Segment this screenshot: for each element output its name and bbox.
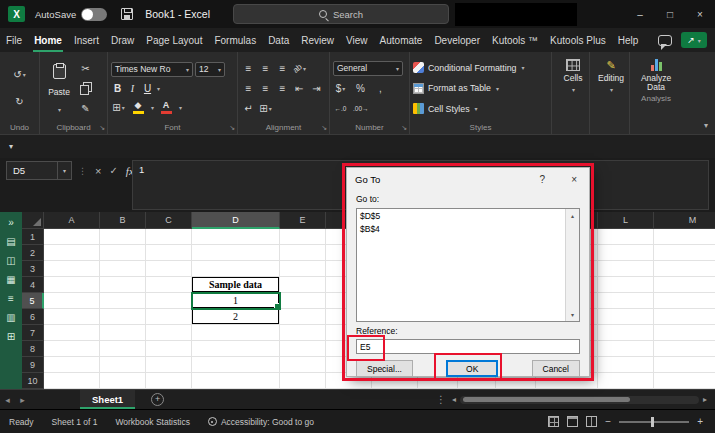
cell[interactable]: [654, 309, 715, 325]
cell[interactable]: [598, 261, 654, 277]
column-header-C[interactable]: C: [146, 212, 192, 229]
cell[interactable]: [44, 309, 100, 325]
tab-review[interactable]: Review: [295, 28, 340, 52]
row-header-10[interactable]: 10: [22, 373, 44, 389]
expand-pane-icon[interactable]: »: [8, 217, 14, 228]
cell[interactable]: [44, 325, 100, 341]
tab-home[interactable]: Home: [28, 28, 68, 52]
column-header-L[interactable]: L: [598, 212, 654, 229]
scrollbar-track[interactable]: [460, 396, 699, 404]
qat-customize-icon[interactable]: ▾: [9, 142, 13, 151]
column-header-D[interactable]: D: [192, 212, 280, 229]
cell[interactable]: [44, 277, 100, 293]
borders-icon[interactable]: ⊞▾: [111, 101, 126, 115]
paste-button[interactable]: Paste ▾: [43, 55, 75, 121]
wrap-text-icon[interactable]: ↵: [241, 101, 256, 115]
cell[interactable]: [146, 341, 192, 357]
select-all-corner[interactable]: [22, 212, 44, 229]
horizontal-scrollbar[interactable]: ◂ ▸: [452, 395, 707, 404]
row-header-5[interactable]: 5: [22, 293, 44, 309]
cell[interactable]: [146, 245, 192, 261]
cell[interactable]: [654, 325, 715, 341]
middle-align-icon[interactable]: ≡: [258, 61, 273, 75]
tab-file[interactable]: File: [0, 28, 28, 52]
zoom-knob[interactable]: [651, 417, 654, 427]
cell-D6[interactable]: 2: [192, 309, 280, 325]
undo-icon[interactable]: ↺▾: [12, 68, 27, 82]
cell[interactable]: [280, 261, 326, 277]
tab-view[interactable]: View: [340, 28, 374, 52]
number-format-combo[interactable]: General▾: [333, 61, 403, 76]
fill-color-options-icon[interactable]: ▾: [151, 104, 154, 111]
fill-color-button[interactable]: ◆: [131, 101, 145, 114]
cell[interactable]: [280, 293, 326, 309]
cell[interactable]: [146, 277, 192, 293]
row-header-3[interactable]: 3: [22, 261, 44, 277]
merge-center-icon[interactable]: ⊞▾: [258, 101, 273, 115]
name-manager-pane-icon[interactable]: ≡: [8, 293, 14, 304]
row-header-7[interactable]: 7: [22, 325, 44, 341]
scroll-right-icon[interactable]: ▸: [703, 395, 707, 404]
dialog-help-button[interactable]: ?: [540, 174, 546, 185]
cell[interactable]: [598, 245, 654, 261]
cell[interactable]: [192, 325, 280, 341]
row-header-1[interactable]: 1: [22, 229, 44, 245]
cell[interactable]: [280, 245, 326, 261]
font-color-options-icon[interactable]: ▾: [179, 104, 182, 111]
cell[interactable]: [44, 245, 100, 261]
scrollbar-thumb[interactable]: [463, 397, 630, 402]
underline-options-icon[interactable]: ▾: [157, 85, 160, 92]
cell[interactable]: [654, 261, 715, 277]
cell[interactable]: [100, 245, 146, 261]
goto-list-item[interactable]: $B$4: [357, 223, 564, 236]
cell[interactable]: [44, 341, 100, 357]
cell[interactable]: [654, 245, 715, 261]
normal-view-button[interactable]: [548, 416, 559, 427]
advanced-paste-pane-icon[interactable]: ⊞: [7, 331, 15, 342]
copy-icon[interactable]: [78, 81, 93, 95]
workbook-pane-icon[interactable]: ◫: [6, 255, 15, 266]
collapse-ribbon-icon[interactable]: ▾: [704, 121, 708, 130]
cell[interactable]: [192, 341, 280, 357]
zoom-slider[interactable]: [619, 421, 689, 423]
save-icon[interactable]: [121, 8, 133, 20]
cell[interactable]: [44, 373, 100, 389]
cell[interactable]: [44, 261, 100, 277]
cell[interactable]: [280, 373, 326, 389]
cell[interactable]: [654, 229, 715, 245]
decrease-indent-icon[interactable]: ⇤: [292, 81, 307, 95]
column-list-pane-icon[interactable]: ▥: [6, 312, 15, 323]
bold-button[interactable]: B: [111, 83, 124, 94]
format-painter-icon[interactable]: ✎: [78, 101, 93, 115]
tab-data[interactable]: Data: [262, 28, 295, 52]
tab-formulas[interactable]: Formulas: [208, 28, 262, 52]
close-button[interactable]: ×: [685, 0, 715, 28]
cell[interactable]: [598, 341, 654, 357]
tab-help[interactable]: Help: [612, 28, 645, 52]
worksheet-pane-icon[interactable]: ▦: [6, 274, 15, 285]
cell[interactable]: [598, 229, 654, 245]
scroll-up-icon[interactable]: ▴: [571, 212, 574, 219]
minimize-button[interactable]: –: [625, 0, 655, 28]
cell[interactable]: [146, 229, 192, 245]
ok-button[interactable]: OK: [446, 360, 498, 377]
cell[interactable]: [146, 325, 192, 341]
sheet-nav-left-icon[interactable]: ◂: [0, 395, 15, 405]
tab-kutools[interactable]: Kutools ™: [486, 28, 544, 52]
scroll-left-icon[interactable]: ◂: [452, 395, 456, 404]
cell[interactable]: [100, 277, 146, 293]
zoom-out-button[interactable]: −: [605, 416, 611, 427]
decrease-decimal-icon[interactable]: .00→: [353, 101, 369, 115]
increase-decimal-icon[interactable]: ←.0: [333, 101, 348, 115]
cell[interactable]: [598, 373, 654, 389]
cell[interactable]: [146, 293, 192, 309]
cell[interactable]: [598, 325, 654, 341]
tab-insert[interactable]: Insert: [68, 28, 105, 52]
format-as-table-button[interactable]: Format as Table ▾: [413, 80, 548, 96]
cells-button[interactable]: Cells ▾: [555, 55, 591, 95]
scroll-down-icon[interactable]: ▾: [571, 311, 574, 318]
column-header-E[interactable]: E: [280, 212, 326, 229]
editing-button[interactable]: ✎ Editing ▾: [593, 55, 629, 95]
align-center-icon[interactable]: ≡: [258, 81, 273, 95]
cell-D4[interactable]: Sample data: [192, 277, 280, 293]
